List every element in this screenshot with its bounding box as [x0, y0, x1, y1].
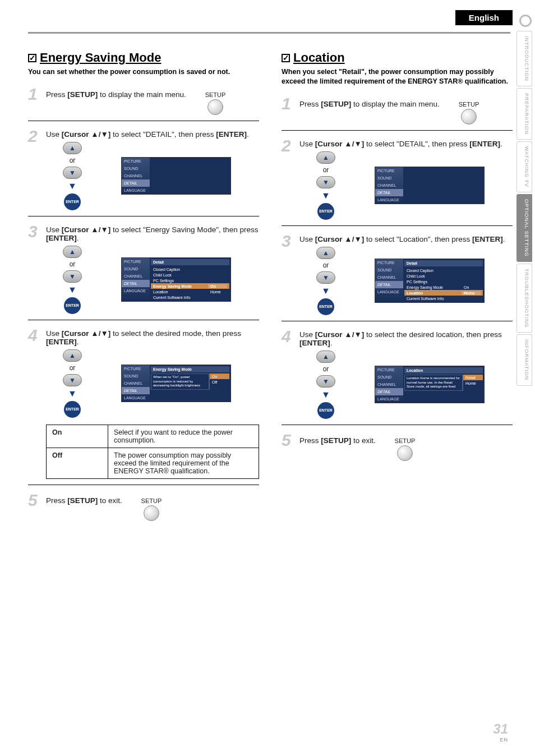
enter-button-icon: ENTER	[64, 297, 81, 314]
table-row: OnSelect if you want to reduce the power…	[47, 425, 259, 448]
section-title-energy: Energy Saving Mode	[40, 50, 161, 65]
step-divider	[282, 130, 513, 131]
enter-button-icon: ENTER	[64, 401, 81, 418]
cursor-down-icon: ▼	[316, 375, 335, 388]
cursor-down-icon: ▼	[316, 176, 335, 188]
enter-button-icon: ENTER	[64, 193, 81, 210]
tab-optional-setting: OPTIONAL SETTING	[516, 194, 532, 262]
step-text: Use [Cursor ▲/▼] to select the desired m…	[46, 328, 259, 479]
cursor-down-icon: ▼	[63, 167, 82, 179]
step-divider	[28, 485, 259, 485]
setup-button-icon	[144, 505, 159, 521]
cursor-up-icon: ▲	[316, 151, 335, 164]
arrow-down-icon: ▼	[321, 191, 330, 201]
cursor-buttons-diagram: ▲ or ▼ ▼ ENTER	[63, 142, 82, 210]
osd-main-menu: PICTURE SOUND CHANNEL DETAIL LANGUAGE	[121, 157, 231, 195]
step-number: 5	[28, 493, 40, 521]
setup-button-icon	[207, 99, 223, 115]
step-4-right: 4 Use [Cursor ▲/▼] to select the desired…	[282, 329, 513, 419]
step-2-left: 2 Use [Cursor ▲/▼] to select "DETAIL", t…	[28, 129, 259, 210]
step-1-left: 1 Press [SETUP] to display the main menu…	[28, 87, 259, 115]
step-5-left: 5 Press [SETUP] to exit. SETUP	[28, 493, 259, 521]
step-divider	[282, 321, 513, 321]
or-label: or	[70, 156, 76, 164]
step-1-right: 1 Press [SETUP] to display the main menu…	[282, 96, 513, 125]
setup-button-diagram: SETUP	[141, 497, 162, 521]
section-subtitle-location: When you select "Retail", the power cons…	[282, 67, 513, 86]
remote-osd-diagram: ▲ or ▼ ▼ ENTER PICTURESOUNDCHANNELDETAIL…	[316, 247, 513, 315]
cursor-buttons-diagram: ▲ or ▼ ▼ ENTER	[316, 151, 335, 220]
remote-osd-diagram: ▲ or ▼ ▼ ENTER PICTURESOUNDCHANNELDETAIL…	[316, 151, 513, 220]
step-number: 1	[28, 87, 40, 115]
step-text: Use [Cursor ▲/▼] to select "Location", t…	[299, 234, 513, 315]
step-number: 4	[28, 328, 40, 479]
step-text: Use [Cursor ▲/▼] to select "DETAIL", the…	[299, 139, 513, 220]
arrow-down-icon: ▼	[68, 181, 77, 191]
step-5-right: 5 Press [SETUP] to exit. SETUP	[282, 433, 513, 461]
or-label: or	[323, 166, 329, 174]
section-subtitle-energy: You can set whether the power consumptio…	[28, 67, 259, 77]
content-columns: ✓ Energy Saving Mode You can set whether…	[28, 50, 513, 527]
cursor-up-icon: ▲	[316, 351, 335, 363]
step-number: 3	[28, 224, 40, 314]
section-title-location: Location	[293, 50, 345, 65]
step-number: 1	[282, 96, 294, 125]
tab-troubleshooting: TROUBLESHOOTING	[516, 264, 532, 333]
osd-location-menu: PICTURESOUNDCHANNELDETAILLANGUAGE Locati…	[375, 366, 485, 403]
cursor-up-icon: ▲	[63, 349, 82, 362]
arrow-down-icon: ▼	[68, 389, 77, 399]
cursor-down-icon: ▼	[63, 374, 82, 386]
remote-osd-diagram: ▲ or ▼ ▼ ENTER PICTURESOUNDCHANNELDETAIL…	[63, 349, 259, 418]
setup-button-diagram: SETUP	[459, 101, 479, 125]
cursor-up-icon: ▲	[316, 247, 335, 259]
page-footer: 31 EN	[493, 721, 508, 743]
step-number: 4	[282, 329, 294, 419]
top-bar: English	[28, 10, 513, 25]
tab-introduction: INTRODUCTION	[516, 31, 532, 86]
enter-button-icon: ENTER	[317, 298, 334, 315]
language-tab: English	[455, 10, 513, 25]
cursor-down-icon: ▼	[63, 270, 82, 283]
left-column: ✓ Energy Saving Mode You can set whether…	[28, 50, 259, 527]
or-label: or	[70, 364, 76, 372]
step-number: 2	[282, 139, 294, 220]
step-divider	[282, 425, 513, 425]
step-text: Use [Cursor ▲/▼] to select "DETAIL", the…	[46, 129, 259, 210]
step-3-left: 3 Use [Cursor ▲/▼] to select "Energy Sav…	[28, 224, 259, 314]
tab-watching-tv: WATCHING TV	[516, 141, 532, 192]
right-column: ✓ Location When you select "Retail", the…	[282, 50, 513, 527]
step-number: 3	[282, 234, 294, 315]
setup-button-diagram: SETUP	[205, 91, 226, 115]
cursor-buttons-diagram: ▲ or ▼ ▼ ENTER	[63, 349, 82, 418]
step-text: Use [Cursor ▲/▼] to select the desired l…	[299, 329, 513, 419]
step-number: 2	[28, 129, 40, 210]
remote-osd-diagram: ▲ or ▼ ▼ ENTER PICTURESOUNDCHANNELDETAIL…	[63, 246, 259, 314]
step-text: Press [SETUP] to exit. SETUP	[46, 493, 259, 521]
or-label: or	[70, 260, 76, 268]
top-divider	[28, 32, 510, 34]
step-divider	[28, 121, 259, 121]
enter-button-icon: ENTER	[317, 203, 334, 220]
or-label: or	[323, 365, 329, 373]
step-3-right: 3 Use [Cursor ▲/▼] to select "Location",…	[282, 234, 513, 315]
cursor-up-icon: ▲	[63, 142, 82, 154]
table-row: OffThe power consumption may possibly ex…	[47, 448, 259, 478]
enter-button-icon: ENTER	[317, 402, 334, 419]
remote-osd-diagram: ▲ or ▼ ▼ ENTER PICTURE SOUND CHA	[63, 142, 259, 210]
step-text: Press [SETUP] to exit. SETUP	[299, 433, 513, 461]
step-number: 5	[282, 433, 294, 461]
osd-detail-menu: PICTURESOUNDCHANNELDETAILLANGUAGE Detail…	[121, 257, 231, 302]
cursor-down-icon: ▼	[316, 271, 335, 284]
setup-button-diagram: SETUP	[395, 437, 416, 461]
step-divider	[28, 320, 259, 320]
checkbox-icon: ✓	[28, 54, 36, 62]
step-divider	[28, 216, 259, 216]
osd-main-menu: PICTURESOUNDCHANNELDETAILLANGUAGE	[375, 167, 485, 204]
step-divider	[282, 225, 513, 226]
cursor-buttons-diagram: ▲ or ▼ ▼ ENTER	[316, 247, 335, 315]
tab-preparation: PREPARATION	[516, 88, 532, 140]
page-number: 31	[493, 721, 508, 737]
osd-energy-saving-menu: PICTURESOUNDCHANNELDETAILLANGUAGE Energy…	[121, 365, 231, 402]
section-index-tabs: INTRODUCTION PREPARATION WATCHING TV OPT…	[516, 31, 532, 386]
step-2-right: 2 Use [Cursor ▲/▼] to select "DETAIL", t…	[282, 139, 513, 220]
